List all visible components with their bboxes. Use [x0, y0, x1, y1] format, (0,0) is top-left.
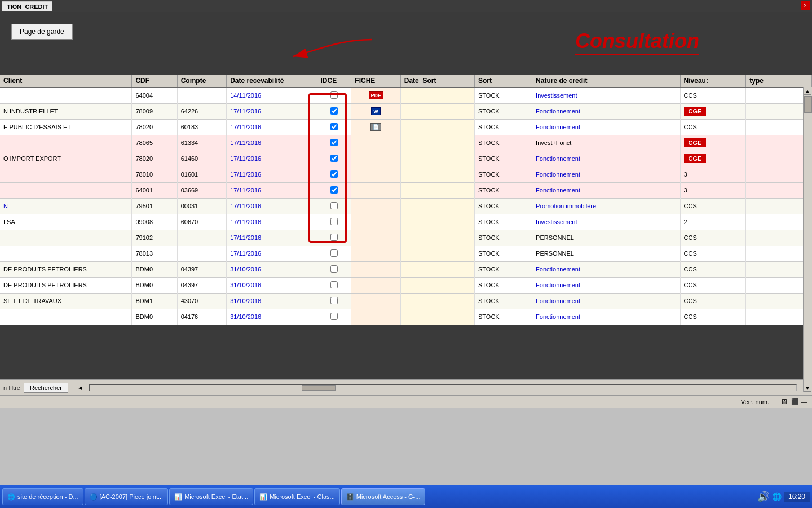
taskbar-item-label-1: [AC-2007] Piece joint... [100, 493, 164, 500]
table-row: 780100160117/11/2016STOCKFonctionnement3 [0, 167, 812, 182]
filtre-label: n filtre [3, 384, 20, 391]
idce-checkbox[interactable] [330, 249, 338, 257]
cell-nature: Fonctionnement [532, 277, 680, 293]
idce-checkbox[interactable] [330, 91, 338, 99]
idce-checkbox[interactable] [330, 313, 338, 320]
cell-compte: 43070 [177, 293, 226, 309]
cell-fiche[interactable]: W [351, 103, 400, 119]
table-row: SE ET DE TRAVAUXBDM14307031/10/2016STOCK… [0, 293, 812, 309]
table-row: N INDUSTRIELLET780096422617/11/2016WSTOC… [0, 103, 812, 119]
horizontal-scrollbar[interactable] [89, 384, 797, 391]
idce-checkbox[interactable] [330, 297, 338, 304]
taskbar-item-0[interactable]: 🌐site de réception - D... [2, 488, 83, 505]
cell-idce[interactable] [317, 182, 351, 198]
scrollbar-thumb-v[interactable] [804, 96, 812, 113]
cell-fiche[interactable] [351, 135, 400, 151]
cell-client [0, 230, 132, 246]
cell-sort: STOCK [475, 87, 532, 103]
taskbar-item-4[interactable]: 🗄️Microsoft Access - G-... [341, 488, 426, 505]
idce-checkbox[interactable] [330, 186, 338, 194]
cell-fiche[interactable] [351, 151, 400, 167]
cell-fiche[interactable]: 📄 [351, 119, 400, 135]
idce-checkbox[interactable] [330, 202, 338, 209]
scroll-left-btn[interactable]: ◄ [77, 384, 83, 391]
taskbar-item-2[interactable]: 📊Microsoft Excel - Etat... [169, 488, 253, 505]
cell-idce[interactable] [317, 293, 351, 309]
taskbar-item-1[interactable]: 🔵[AC-2007] Piece joint... [85, 488, 169, 505]
idce-checkbox[interactable] [330, 281, 338, 288]
taskbar-item-label-0: site de réception - D... [17, 493, 78, 500]
cell-idce[interactable] [317, 119, 351, 135]
cell-niveau: CCS [680, 293, 746, 309]
cell-fiche[interactable]: PDF [351, 87, 400, 103]
cell-idce[interactable] [317, 246, 351, 261]
cell-fiche[interactable] [351, 182, 400, 198]
idce-checkbox[interactable] [330, 123, 338, 130]
scrollbar-thumb[interactable] [302, 385, 336, 391]
cell-cdf: 78013 [132, 246, 177, 261]
taskbar-item-icon-0: 🌐 [7, 493, 15, 501]
cell-idce[interactable] [317, 198, 351, 214]
cell-fiche[interactable] [351, 246, 400, 261]
idce-checkbox[interactable] [330, 265, 338, 273]
cell-idce[interactable] [317, 309, 351, 325]
idce-checkbox[interactable] [330, 218, 338, 225]
idce-checkbox[interactable] [330, 155, 338, 162]
cell-compte: 04397 [177, 277, 226, 293]
cell-fiche[interactable] [351, 230, 400, 246]
cell-idce[interactable] [317, 230, 351, 246]
cell-date-sort [400, 309, 474, 325]
cell-compte: 04397 [177, 261, 226, 277]
cell-nature: Fonctionnement [532, 293, 680, 309]
cell-fiche[interactable] [351, 167, 400, 182]
cell-niveau: CCS [680, 198, 746, 214]
cell-idce[interactable] [317, 277, 351, 293]
table-row: 7910217/11/2016STOCKPERSONNELCCS [0, 230, 812, 246]
cell-date: 31/10/2016 [227, 309, 317, 325]
cell-fiche[interactable] [351, 277, 400, 293]
scroll-up-btn[interactable]: ▲ [804, 87, 811, 95]
page-de-garde-button[interactable]: Page de garde [11, 24, 73, 40]
cell-sort: STOCK [475, 277, 532, 293]
cell-idce[interactable] [317, 103, 351, 119]
cell-idce[interactable] [317, 261, 351, 277]
idce-checkbox[interactable] [330, 107, 338, 115]
rechercher-button[interactable]: Rechercher [24, 383, 68, 393]
cell-cdf: 09008 [132, 214, 177, 230]
cell-niveau: CCS [680, 309, 746, 325]
cell-fiche[interactable] [351, 309, 400, 325]
col-header-idce: IDCE [317, 75, 351, 87]
word-icon[interactable]: W [371, 107, 381, 115]
vertical-scrollbar[interactable]: ▲ ▼ [803, 87, 812, 392]
cell-type [746, 182, 812, 198]
cell-idce[interactable] [317, 87, 351, 103]
cell-cdf: BDM0 [132, 309, 177, 325]
cell-idce[interactable] [317, 151, 351, 167]
cell-fiche[interactable] [351, 214, 400, 230]
cell-niveau: CGE [680, 103, 746, 119]
taskbar-item-icon-4: 🗄️ [346, 493, 354, 501]
scroll-down-btn[interactable]: ▼ [804, 384, 811, 392]
table-row: 640010366917/11/2016STOCKFonctionnement3 [0, 182, 812, 198]
cell-date: 31/10/2016 [227, 261, 317, 277]
pdf-icon[interactable]: PDF [369, 91, 383, 99]
close-button[interactable]: × [801, 1, 810, 10]
cell-sort: STOCK [475, 103, 532, 119]
cell-fiche[interactable] [351, 198, 400, 214]
idce-checkbox[interactable] [330, 139, 338, 146]
cell-idce[interactable] [317, 167, 351, 182]
cell-idce[interactable] [317, 214, 351, 230]
cell-fiche[interactable] [351, 293, 400, 309]
taskbar-item-3[interactable]: 📊Microsoft Excel - Clas... [254, 488, 340, 505]
file-icon[interactable]: 📄 [370, 123, 381, 131]
cell-nature: Fonctionnement [532, 119, 680, 135]
cell-idce[interactable] [317, 135, 351, 151]
cell-cdf: 78009 [132, 103, 177, 119]
idce-checkbox[interactable] [330, 234, 338, 241]
cell-fiche[interactable] [351, 261, 400, 277]
header-area: Page de garde Consultation [0, 12, 812, 75]
cell-date: 17/11/2016 [227, 151, 317, 167]
cell-client: DE PRODUITS PETROLIERS [0, 261, 132, 277]
cell-niveau: CCS [680, 261, 746, 277]
idce-checkbox[interactable] [330, 170, 338, 178]
